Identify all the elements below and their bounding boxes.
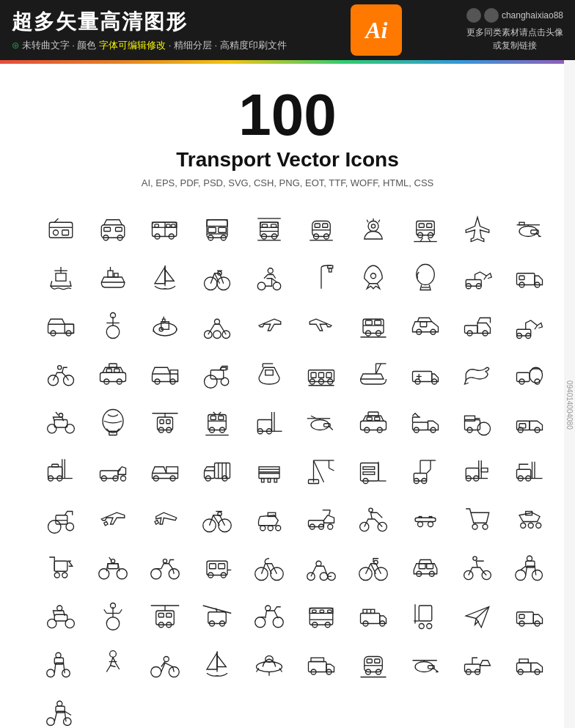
- svg-line-51: [420, 238, 423, 241]
- svg-point-348: [527, 556, 532, 561]
- svg-point-72: [257, 282, 265, 290]
- svg-point-433: [63, 718, 71, 726]
- icon-airplane-3: [89, 497, 136, 541]
- svg-rect-217: [48, 467, 62, 479]
- svg-rect-143: [308, 370, 334, 382]
- svg-rect-178: [166, 420, 169, 424]
- svg-point-163: [47, 424, 56, 433]
- icon-person-cycle: [141, 642, 188, 686]
- svg-rect-325: [209, 564, 216, 569]
- icon-truck-3: [297, 642, 345, 686]
- svg-point-300: [417, 522, 422, 527]
- icon-crane-boat: [349, 352, 397, 396]
- icon-food-truck: [349, 594, 397, 638]
- svg-rect-387: [419, 606, 432, 621]
- svg-rect-132: [152, 374, 177, 382]
- icon-taxi: [349, 400, 397, 444]
- big-number: 100: [29, 86, 546, 144]
- svg-line-248: [313, 460, 323, 482]
- svg-point-401: [109, 651, 116, 658]
- svg-rect-3: [62, 230, 68, 235]
- svg-rect-379: [327, 610, 331, 613]
- svg-point-40: [368, 221, 378, 232]
- svg-point-372: [265, 606, 270, 611]
- icon-truck: [505, 255, 553, 299]
- svg-rect-37: [315, 224, 320, 227]
- svg-rect-239: [259, 474, 279, 479]
- svg-point-305: [483, 524, 488, 529]
- icon-cart-small: [37, 545, 84, 589]
- svg-rect-377: [312, 610, 315, 613]
- svg-rect-290: [308, 521, 323, 527]
- icon-boat: [245, 352, 293, 396]
- username: changhaixiao88: [502, 9, 563, 22]
- svg-rect-396: [519, 614, 524, 618]
- icon-balloon: [401, 255, 449, 299]
- icon-car-front: [89, 207, 136, 251]
- svg-rect-257: [363, 472, 375, 475]
- svg-rect-340: [419, 564, 425, 569]
- icon-radio: [37, 207, 84, 251]
- svg-rect-17: [171, 224, 175, 227]
- svg-rect-116: [420, 322, 427, 327]
- svg-point-73: [273, 282, 281, 290]
- icon-freight-train: [297, 352, 345, 396]
- svg-point-164: [65, 424, 74, 433]
- svg-rect-130: [114, 369, 119, 372]
- svg-rect-256: [363, 467, 375, 470]
- icon-cable-car-2: [141, 594, 188, 638]
- svg-rect-184: [218, 416, 223, 419]
- icon-shovel-truck: [401, 400, 449, 444]
- svg-rect-65: [114, 273, 117, 277]
- banner-left: 超多矢量高清图形 ⊙ 未转曲文字 · 颜色 字体可编辑修改 · 精细分层 · 高…: [12, 8, 287, 52]
- icon-quad-bike: [37, 400, 84, 444]
- svg-line-198: [329, 426, 332, 430]
- svg-rect-258: [414, 474, 427, 482]
- svg-rect-142: [265, 370, 273, 375]
- svg-point-370: [254, 617, 265, 628]
- icon-skateboard: [401, 497, 449, 541]
- svg-point-314: [98, 569, 109, 579]
- svg-line-153: [376, 364, 381, 374]
- svg-rect-204: [367, 417, 372, 420]
- svg-line-52: [428, 238, 431, 241]
- icons-grid: [29, 207, 546, 728]
- svg-rect-9: [115, 227, 122, 231]
- user-note: 更多同类素材请点击头像或复制链接: [466, 26, 563, 52]
- svg-point-288: [275, 526, 280, 531]
- svg-point-304: [472, 524, 477, 529]
- svg-rect-431: [519, 659, 528, 663]
- icon-tractor: [193, 352, 241, 396]
- svg-point-308: [535, 523, 541, 528]
- icon-caravan: [193, 545, 241, 589]
- svg-rect-203: [368, 412, 378, 416]
- svg-rect-29: [262, 224, 267, 227]
- icon-airplane-top: [453, 207, 501, 251]
- icon-dolphin: [453, 352, 501, 396]
- icon-tram: [245, 207, 293, 251]
- svg-point-419: [415, 662, 433, 672]
- svg-point-92: [106, 326, 120, 339]
- svg-rect-145: [318, 372, 323, 378]
- svg-point-227: [120, 476, 125, 481]
- svg-line-43: [367, 220, 368, 223]
- svg-rect-131: [109, 364, 117, 367]
- svg-rect-411: [311, 658, 324, 661]
- svg-point-432: [46, 718, 54, 726]
- svg-rect-364: [166, 614, 171, 617]
- svg-rect-303: [429, 517, 432, 518]
- icon-tram-2: [349, 304, 397, 348]
- svg-point-345: [515, 570, 525, 581]
- svg-rect-360: [155, 611, 174, 625]
- svg-line-167: [56, 412, 59, 415]
- icon-tram-3: [193, 400, 241, 444]
- icon-cement-mixer: [505, 352, 553, 396]
- svg-rect-205: [374, 417, 379, 420]
- svg-point-79: [416, 265, 434, 285]
- svg-rect-77: [329, 268, 332, 272]
- icon-rollerskates: [505, 497, 553, 541]
- icon-crane: [297, 449, 345, 493]
- icon-bicycle-2: [193, 497, 241, 541]
- icon-hot-air-balloon: [89, 400, 136, 444]
- svg-rect-48: [419, 224, 424, 227]
